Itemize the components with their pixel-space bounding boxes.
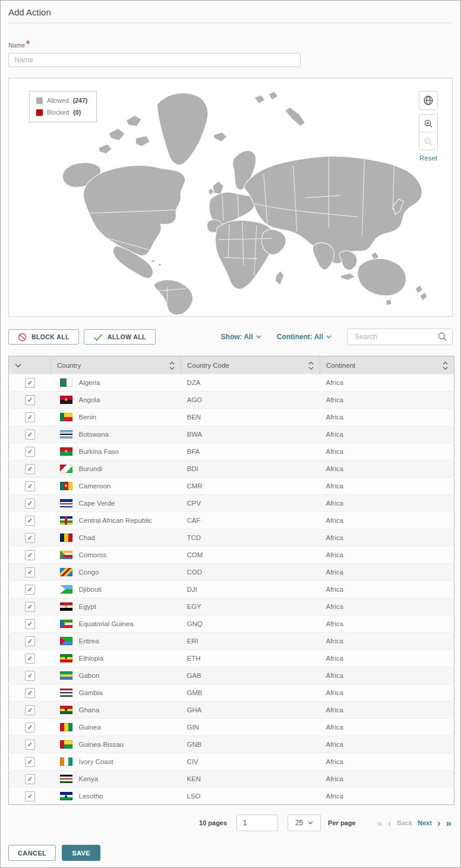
country-code: GNQ	[181, 616, 320, 633]
pages-count-label: 10 pages	[199, 819, 227, 826]
row-checkbox[interactable]: ✓	[25, 722, 35, 733]
table-row[interactable]: ✓★CameroonCMRAfrica	[9, 478, 454, 495]
row-checkbox[interactable]: ✓	[25, 464, 35, 474]
per-page-select[interactable]: 25	[288, 815, 321, 831]
country-name: Ivory Coast	[79, 758, 113, 765]
row-checkbox[interactable]: ✓	[25, 550, 35, 560]
first-page-button[interactable]: «	[377, 818, 383, 828]
next-button[interactable]: Next	[418, 819, 432, 826]
cancel-button[interactable]: CANCEL	[8, 845, 56, 861]
country-name: Algeria	[79, 379, 100, 386]
row-checkbox[interactable]: ✓	[25, 533, 35, 543]
row-checkbox[interactable]: ✓	[25, 654, 35, 664]
table-row[interactable]: ✓★GhanaGHAAfrica	[9, 702, 454, 719]
table-row[interactable]: ✓ComorosCOMAfrica	[9, 547, 454, 564]
table-row[interactable]: ✓★EgyptEGYAfrica	[9, 598, 454, 616]
block-all-label: BLOCK ALL	[31, 333, 70, 340]
name-label: Name	[8, 42, 25, 49]
row-checkbox[interactable]: ✓	[25, 585, 35, 595]
continent-filter-label: Continent: All	[277, 333, 323, 341]
zoom-in-icon	[424, 119, 433, 128]
row-checkbox[interactable]: ✓	[25, 602, 35, 612]
row-checkbox[interactable]: ✓	[25, 757, 35, 767]
previous-page-button[interactable]: ‹	[388, 818, 391, 828]
table-row[interactable]: ✓BurundiBDIAfrica	[9, 460, 454, 478]
country-flag-icon	[60, 775, 72, 783]
name-input[interactable]	[8, 53, 301, 67]
zoom-in-button[interactable]	[419, 115, 437, 132]
row-checkbox[interactable]: ✓	[25, 671, 35, 681]
show-filter-dropdown[interactable]: Show: All	[221, 333, 261, 341]
continent-filter-dropdown[interactable]: Continent: All	[277, 333, 331, 341]
table-row[interactable]: ✓Central African RepublicCAFAfrica	[9, 512, 454, 529]
table-row[interactable]: ✓BotswanaBWAAfrica	[9, 426, 454, 443]
row-checkbox[interactable]: ✓	[25, 705, 35, 715]
row-checkbox[interactable]: ✓	[25, 447, 35, 457]
table-row[interactable]: ✓Guinea-BissauGNBAfrica	[9, 736, 454, 753]
country-cell: ★Angola	[57, 396, 175, 404]
globe-button[interactable]	[419, 91, 438, 110]
search-icon[interactable]	[438, 332, 447, 342]
row-checkbox[interactable]: ✓	[25, 791, 35, 801]
map-reset-link[interactable]: Reset	[419, 154, 437, 162]
country-code: GMB	[181, 684, 320, 702]
row-checkbox[interactable]: ✓	[25, 516, 35, 526]
table-row[interactable]: ✓ChadTCDAfrica	[9, 529, 454, 547]
row-checkbox[interactable]: ✓	[25, 378, 35, 388]
page-number-input[interactable]	[236, 815, 278, 831]
column-header-country-code[interactable]: Country Code	[181, 356, 320, 374]
country-cell: Ivory Coast	[57, 757, 175, 766]
row-checkbox[interactable]: ✓	[25, 774, 35, 784]
table-row[interactable]: ✓Cape VerdeCPVAfrica	[9, 495, 454, 512]
search-input[interactable]	[353, 332, 438, 342]
table-row[interactable]: ✓☾AlgeriaDZAAfrica	[9, 374, 454, 392]
last-page-button[interactable]: »	[446, 818, 451, 828]
table-row[interactable]: ✓Equatorial GuineaGNQAfrica	[9, 616, 454, 633]
table-row[interactable]: ✓★AngolaAGOAfrica	[9, 392, 454, 409]
allow-all-button[interactable]: ALLOW ALL	[84, 329, 156, 345]
chevron-down-icon	[256, 335, 261, 339]
row-checkbox[interactable]: ✓	[25, 688, 35, 698]
table-row[interactable]: ✓GambiaGMBAfrica	[9, 684, 454, 702]
next-page-button[interactable]: ›	[437, 818, 441, 828]
row-checkbox[interactable]: ✓	[25, 636, 35, 646]
table-row[interactable]: ✓GabonGABAfrica	[9, 667, 454, 684]
table-row[interactable]: ✓GuineaGINAfrica	[9, 719, 454, 736]
table-row[interactable]: ✓EritreaERIAfrica	[9, 633, 454, 650]
pagination: 10 pages 25 Per page « ‹ Back Next › »	[8, 815, 453, 831]
back-button[interactable]: Back	[397, 819, 412, 826]
table-row[interactable]: ✓CongoCODAfrica	[9, 564, 454, 581]
sort-icon[interactable]	[443, 361, 448, 370]
sort-icon[interactable]	[308, 361, 314, 370]
chevron-down-icon	[308, 821, 313, 825]
save-button[interactable]: SAVE	[62, 845, 100, 861]
table-row[interactable]: ✓BeninBENAfrica	[9, 409, 454, 426]
row-checkbox[interactable]: ✓	[25, 498, 35, 509]
row-checkbox[interactable]: ✓	[25, 412, 35, 422]
table-row[interactable]: ✓KenyaKENAfrica	[9, 771, 454, 788]
continent: Africa	[320, 581, 454, 598]
table-row[interactable]: ✓Ivory CoastCIVAfrica	[9, 753, 454, 771]
country-flag-icon	[60, 568, 72, 576]
table-row[interactable]: ✓●EthiopiaETHAfrica	[9, 650, 454, 667]
row-checkbox[interactable]: ✓	[25, 619, 35, 629]
block-icon	[18, 333, 27, 342]
checkmark-icon: ✓	[27, 397, 33, 403]
row-checkbox[interactable]: ✓	[25, 567, 35, 577]
row-checkbox[interactable]: ✓	[25, 481, 35, 491]
row-checkbox[interactable]: ✓	[25, 395, 35, 405]
column-header-country[interactable]: Country	[51, 356, 181, 374]
zoom-out-icon	[424, 137, 433, 146]
flag-emblem: ★	[60, 602, 72, 611]
table-row[interactable]: ✓DjiboutiDJIAfrica	[9, 581, 454, 598]
block-all-button[interactable]: BLOCK ALL	[8, 329, 79, 345]
sort-icon[interactable]	[169, 361, 175, 370]
row-checkbox[interactable]: ✓	[25, 740, 35, 750]
table-row[interactable]: ✓★Burkina FasoBFAAfrica	[9, 443, 454, 460]
zoom-out-button[interactable]	[419, 132, 437, 150]
row-checkbox[interactable]: ✓	[25, 430, 35, 440]
select-all-dropdown[interactable]	[9, 356, 51, 374]
table-row[interactable]: ✓▲LesothoLSOAfrica	[9, 788, 454, 805]
flag-emblem: ★	[60, 482, 72, 490]
column-header-continent[interactable]: Continent	[320, 356, 454, 374]
